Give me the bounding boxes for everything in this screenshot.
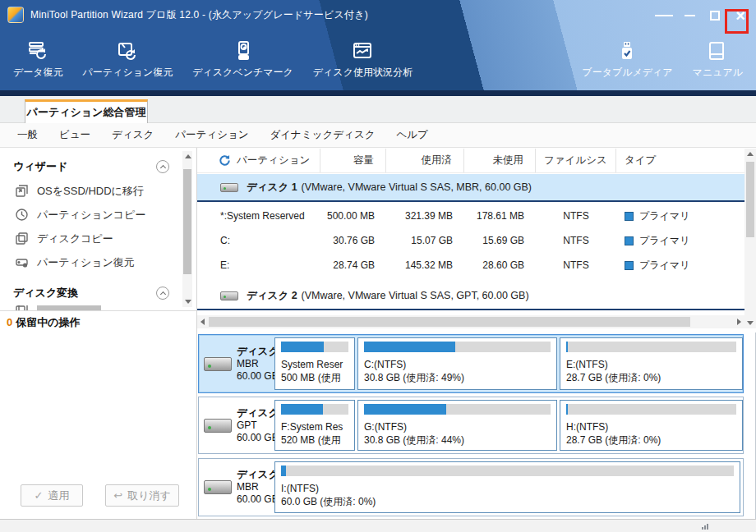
disk3-label[interactable]: ディスク 3 MBR 60.00 GB [199,459,273,516]
column-unused[interactable]: 未使用 [464,149,536,172]
disk-name: ディスク 2 [247,289,297,303]
partition-recovery-button[interactable]: パーティション復元 [73,36,183,89]
scroll-up-icon[interactable] [185,154,191,158]
sidebar-item-partition-recovery[interactable]: パーティション復元 [0,250,197,274]
close-button[interactable]: × [731,7,749,25]
partition-block-h[interactable]: H:(NTFS) 28.7 GB (使用済: 0%) [560,400,743,451]
disk1-group-row[interactable]: ディスク 1 (VMware, VMware Virtual S SAS, MB… [197,174,744,202]
disk2-blocks: F:System Res 520 MB (使用 G:(NTFS) 30.8 GB… [273,397,744,453]
cell-capacity: 500.00 MB [320,204,386,228]
disk-icon [204,419,232,433]
disk-name: ディスク 1 [247,181,297,195]
cell-partition: E: [197,253,320,277]
scrollbar-thumb[interactable] [183,169,191,274]
block-label: C:(NTFS) [364,358,551,371]
disk-copy-icon [15,232,29,245]
menu-icon[interactable] [655,7,673,25]
disk-benchmark-button[interactable]: ディスクベンチマーク [182,36,303,89]
section-title: ディスク変換 [13,286,78,300]
bootable-media-icon [615,39,638,62]
menu-help[interactable]: ヘルプ [385,123,438,147]
migrate-os-icon [15,184,29,198]
disk2-label[interactable]: ディスク 2 GPT 60.00 GB [199,397,273,453]
menu-disk[interactable]: ディスク [101,123,164,147]
partition-block-i[interactable]: I:(NTFS) 60.0 GB (使用済: 0%) [274,461,740,513]
column-filesystem[interactable]: ファイルシステム [536,149,616,172]
cell-unused: 15.69 GB [464,228,536,253]
disk-benchmark-icon [232,39,255,62]
column-partition[interactable]: パーティション [197,149,320,172]
disk2-map-row[interactable]: ディスク 2 GPT 60.00 GB F:System Res 520 MB … [198,397,744,454]
scroll-down-icon[interactable] [185,300,191,304]
undo-button[interactable]: ↩ 取り消す [105,484,179,507]
scroll-right-icon[interactable] [737,319,741,325]
cell-filesystem: NTFS [536,228,616,253]
column-type[interactable]: タイプ [616,149,744,172]
column-capacity[interactable]: 容量 [320,149,386,172]
scrollbar-thumb[interactable] [209,317,690,327]
disk1-map-row[interactable]: ディスク 1 MBR 60.00 GB System Reser 500 MB … [198,334,744,393]
toolbar-label: ディスク使用状況分析 [313,66,413,80]
sidebar-divider [0,310,196,311]
scroll-down-icon[interactable] [747,321,754,325]
collapse-chevron-icon[interactable] [156,287,169,300]
menu-partition[interactable]: パーティション [164,123,259,147]
sidebar-item-partition-copy[interactable]: パーティションコピー [0,203,197,227]
apply-button[interactable]: ✓ 適用 [21,484,83,507]
manual-button[interactable]: マニュアル [683,36,753,89]
disk1-blocks: System Reser 500 MB (使用 C:(NTFS) 30.8 GB… [273,335,744,392]
table-row[interactable]: E: 28.74 GB 145.32 MB 28.60 GB NTFS プライマ… [197,253,744,277]
partition-block-c[interactable]: C:(NTFS) 30.8 GB (使用済: 49%) [357,337,557,390]
disk-analyzer-button[interactable]: ディスク使用状況分析 [303,36,422,89]
disk3-blocks: I:(NTFS) 60.0 GB (使用済: 0%) [273,459,743,516]
status-bars-icon [702,524,708,530]
disk3-map-row[interactable]: ディスク 3 MBR 60.00 GB I:(NTFS) 60.0 GB (使用… [198,458,744,516]
sidebar-item-disk-copy[interactable]: ディスクコピー [0,227,197,250]
sidebar-item-migrate-os[interactable]: OSをSSD/HDDに移行 [0,179,197,203]
sidebar: ウィザード OSをSSD/HDDに移行 パーティションコピー ディスクコピー [0,148,197,519]
minimize-button[interactable] [680,7,698,25]
disk-scheme: MBR [237,358,259,369]
usage-bar [566,404,736,415]
disk-icon [220,291,238,300]
primary-square-icon [625,236,634,245]
sidebar-item-label: ディスクコピー [37,232,113,246]
horizontal-scrollbar[interactable] [197,315,744,328]
table-row[interactable]: C: 30.76 GB 15.07 GB 15.69 GB NTFS プライマリ [197,228,744,253]
toolbar-label: パーティション復元 [83,66,173,80]
vertical-scrollbar[interactable] [744,149,756,328]
bootable-media-button[interactable]: ブータブルメディア [572,36,682,89]
table-row[interactable]: *:System Reserved 500.00 MB 321.39 MB 17… [197,204,744,228]
window-controls: × [655,7,749,25]
maximize-button[interactable] [706,7,724,25]
disk2-group-row[interactable]: ディスク 2 (VMware, VMware Virtual S SAS, GP… [197,282,744,310]
sidebar-item-label: パーティションコピー [37,208,145,222]
menu-general[interactable]: 一般 [7,123,48,147]
cell-used: 15.07 GB [386,228,464,253]
sidebar-item-label: OSをSSD/HDDに移行 [37,184,144,199]
partition-block-system-reserved[interactable]: System Reser 500 MB (使用 [274,337,355,390]
refresh-icon[interactable] [219,154,231,167]
disk-info: (VMware, VMware Virtual S SAS, MBR, 60.0… [302,181,532,193]
sidebar-scrollbar[interactable] [182,151,192,307]
tab-partition-management[interactable]: パーティション総合管理 [25,99,148,123]
scroll-left-icon[interactable] [201,319,205,325]
cell-capacity: 28.74 GB [320,253,386,277]
partition-block-g[interactable]: G:(NTFS) 30.8 GB (使用済: 44%) [357,400,557,451]
data-recovery-button[interactable]: データ復元 [3,36,73,89]
collapse-chevron-icon[interactable] [156,160,169,173]
partition-block-e[interactable]: E:(NTFS) 28.7 GB (使用済: 0%) [560,337,743,390]
usage-bar [281,404,348,415]
scroll-up-icon[interactable] [747,152,754,156]
sidebar-item-label: パーティション復元 [37,255,135,270]
disk1-label[interactable]: ディスク 1 MBR 60.00 GB [199,335,273,392]
usage-bar [281,342,348,352]
disk-scheme: MBR [237,481,259,493]
disk-icon [204,480,232,494]
menu-view[interactable]: ビュー [48,123,101,147]
menu-dynamic-disk[interactable]: ダイナミックディスク [260,123,386,147]
column-used[interactable]: 使用済 [386,149,464,172]
toolbar: データ復元 パーティション復元 ディスクベンチマーク [0,36,756,89]
scrollbar-thumb[interactable] [746,162,754,237]
partition-block-f[interactable]: F:System Res 520 MB (使用 [274,400,355,451]
